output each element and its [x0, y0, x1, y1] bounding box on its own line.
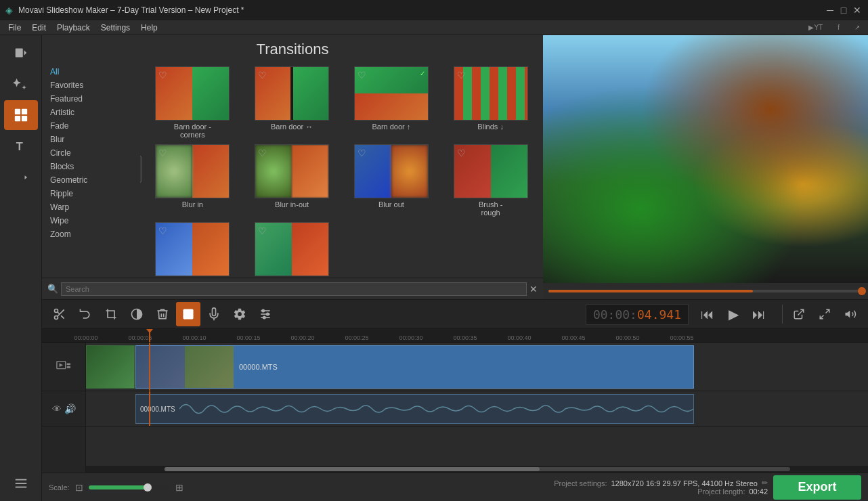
project-settings-value: 1280x720 16:9 29.97 FPS, 44100 Hz Stereo: [611, 479, 758, 487]
close-button[interactable]: ✕: [852, 5, 863, 16]
svg-line-26: [826, 309, 829, 313]
favorite-icon[interactable]: ♡: [158, 148, 169, 158]
collapse-panel-button[interactable]: ‹: [140, 156, 142, 183]
audio-button[interactable]: [202, 302, 226, 326]
cat-wipe[interactable]: Wipe: [42, 214, 140, 227]
sidebar-btn-text[interactable]: T: [4, 131, 38, 161]
scale-icon-right[interactable]: ⊞: [175, 482, 183, 493]
menu-file[interactable]: File: [3, 22, 26, 34]
fast-forward-button[interactable]: ⏭: [747, 302, 771, 326]
sidebar-btn-overlay[interactable]: [4, 162, 38, 192]
scale-slider[interactable]: [89, 485, 170, 489]
facebook-icon[interactable]: f: [832, 22, 845, 32]
menu-playback[interactable]: Playback: [51, 22, 95, 34]
sidebar-btn-transitions[interactable]: [4, 100, 38, 130]
transition-barn-h[interactable]: ♡ Barn door ↔: [245, 66, 339, 139]
svg-rect-2: [14, 109, 20, 114]
progress-track[interactable]: [548, 290, 863, 292]
search-input[interactable]: [61, 282, 527, 296]
scrollbar-track[interactable]: [165, 467, 790, 471]
social-icons: ▶YT f ↗: [803, 22, 865, 32]
menu-edit[interactable]: Edit: [26, 22, 51, 34]
transition-blur-in[interactable]: ♡ Blur in: [146, 144, 240, 217]
favorite-icon[interactable]: ♡: [457, 70, 468, 81]
cat-artistic[interactable]: Artistic: [42, 106, 140, 119]
youtube-icon[interactable]: ▶YT: [803, 22, 828, 32]
transition-brush-rough[interactable]: ♡ Brush - rough: [443, 144, 538, 217]
play-button[interactable]: ▶: [721, 302, 745, 326]
svg-text:T: T: [16, 140, 22, 152]
scrollbar-thumb[interactable]: [165, 467, 540, 471]
scale-icon-left[interactable]: ⊡: [75, 482, 83, 493]
favorite-icon[interactable]: ♡: [258, 225, 269, 236]
volume-icon[interactable]: 🔊: [64, 404, 76, 414]
eye-icon[interactable]: 👁: [52, 404, 62, 414]
cat-all[interactable]: All: [42, 65, 140, 79]
cat-circle[interactable]: Circle: [42, 146, 140, 160]
transition-more2[interactable]: ♡: [245, 222, 339, 278]
export-button[interactable]: Export: [773, 475, 861, 500]
transition-blur-inout[interactable]: ♡ Blur in-out: [245, 144, 339, 217]
timeline-ruler: 00:00:00 00:00:05 00:00:10 00:00:15 00:0…: [42, 329, 868, 343]
favorite-icon[interactable]: ♡: [258, 70, 269, 81]
favorite-icon[interactable]: ♡: [158, 70, 169, 81]
progress-handle[interactable]: [858, 287, 866, 295]
settings-button[interactable]: [227, 302, 252, 326]
sidebar-btn-menu[interactable]: [4, 469, 38, 498]
export-share-button[interactable]: [787, 302, 811, 326]
project-info: Project settings: 1280x720 16:9 29.97 FP…: [554, 479, 768, 496]
menu-help[interactable]: Help: [135, 22, 163, 34]
favorite-icon[interactable]: ♡: [357, 148, 368, 158]
clip-thumbnail-2: [185, 346, 234, 388]
video-clip-main[interactable]: 00000.MTS: [135, 345, 694, 389]
search-clear-button[interactable]: ✕: [529, 284, 538, 295]
audio-clip[interactable]: 00000.MTS: [135, 394, 694, 424]
adjust-button[interactable]: [253, 302, 278, 326]
transition-more1[interactable]: ♡: [146, 222, 240, 278]
video-clip-thumb[interactable]: [86, 345, 135, 389]
edit-settings-icon[interactable]: ✏: [762, 479, 768, 487]
preview-progress-bar[interactable]: [543, 283, 868, 299]
rewind-button[interactable]: ⏮: [695, 302, 720, 326]
share-icon[interactable]: ↗: [849, 22, 865, 32]
color-button[interactable]: [125, 302, 149, 326]
toolbar-right: [779, 302, 863, 326]
cat-favorites[interactable]: Favorites: [42, 79, 140, 92]
svg-marker-1: [24, 50, 26, 55]
cat-zoom[interactable]: Zoom: [42, 227, 140, 241]
image-button[interactable]: [176, 302, 200, 326]
favorite-icon[interactable]: ♡: [357, 70, 368, 81]
cat-fade[interactable]: Fade: [42, 119, 140, 133]
cat-blur[interactable]: Blur: [42, 133, 140, 146]
sidebar-btn-magic[interactable]: [4, 69, 38, 99]
cat-blocks[interactable]: Blocks: [42, 160, 140, 173]
cat-featured[interactable]: Featured: [42, 92, 140, 106]
scale-thumb[interactable]: [144, 483, 152, 492]
undo-button[interactable]: [73, 302, 97, 326]
favorite-icon[interactable]: ♡: [158, 225, 169, 236]
transition-blur-out[interactable]: ♡ Blur out: [345, 144, 439, 217]
favorite-icon[interactable]: ♡: [258, 148, 269, 158]
audio-track-row: 00000.MTS: [86, 391, 868, 427]
time-prefix: 00:00:: [593, 307, 637, 322]
delete-button[interactable]: [150, 302, 175, 326]
transition-barn-corners[interactable]: ♡ Barn door - corners: [146, 66, 240, 139]
window-controls[interactable]: ─ □ ✕: [825, 5, 863, 16]
cut-tool-button[interactable]: [47, 302, 72, 326]
sidebar-btn-video[interactable]: [4, 38, 38, 68]
transition-blinds[interactable]: ♡ Blinds ↓: [443, 66, 538, 139]
transition-label: Barn door ↑: [372, 123, 410, 131]
favorite-icon[interactable]: ♡: [457, 148, 468, 158]
volume-button[interactable]: [838, 302, 863, 326]
search-bar: 🔍 ✕: [42, 278, 543, 299]
crop-button[interactable]: [99, 302, 123, 326]
maximize-button[interactable]: □: [838, 5, 849, 16]
minimize-button[interactable]: ─: [825, 5, 836, 16]
fullscreen-button[interactable]: [812, 302, 837, 326]
menu-settings[interactable]: Settings: [95, 22, 135, 34]
cat-ripple[interactable]: Ripple: [42, 187, 140, 200]
timeline-scrollbar[interactable]: [86, 466, 868, 473]
transition-barn-v[interactable]: ♡ ✓ Barn door ↑: [345, 66, 439, 139]
cat-geometric[interactable]: Geometric: [42, 173, 140, 187]
cat-warp[interactable]: Warp: [42, 200, 140, 214]
